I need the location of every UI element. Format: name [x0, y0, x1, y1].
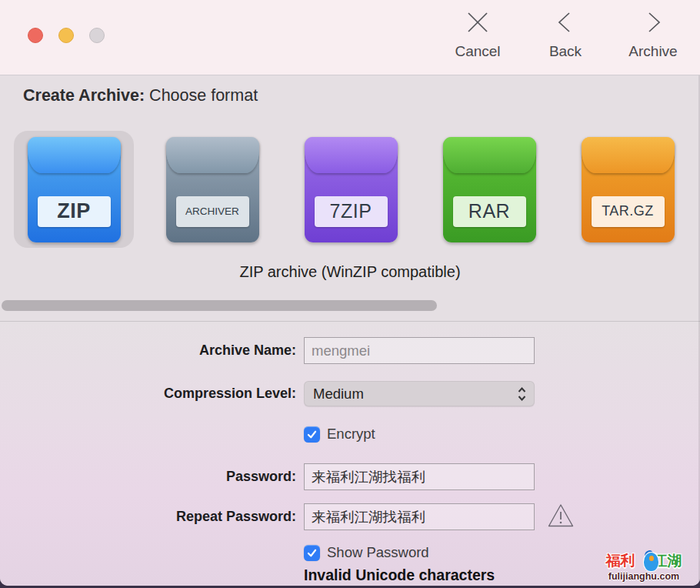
cancel-label: Cancel: [455, 43, 500, 60]
archiver-archive-icon: ARCHIVER: [166, 137, 259, 242]
back-button[interactable]: Back: [532, 8, 598, 60]
format-label: ARCHIVER: [176, 196, 249, 227]
mouse-body: [644, 553, 658, 571]
archive-name-input[interactable]: [304, 337, 535, 364]
zip-archive-icon: ZIP: [28, 137, 121, 242]
invalid-unicode-warning: Invalid Unicode characters: [304, 566, 495, 584]
x-icon: [462, 8, 494, 40]
format-label: 7ZIP: [315, 196, 388, 227]
back-label: Back: [549, 43, 582, 60]
page-title-rest: Choose format: [145, 86, 258, 105]
repeat-password-input[interactable]: [304, 503, 535, 530]
format-option-zip[interactable]: ZIP: [14, 131, 134, 248]
format-option-7zip[interactable]: 7ZIP: [291, 131, 411, 248]
encrypt-label: Encrypt: [327, 426, 375, 443]
show-password-checkbox[interactable]: [304, 545, 320, 561]
traffic-lights: [28, 28, 105, 43]
page-title: Create Archive: Choose format: [23, 86, 258, 105]
repeat-password-row: Repeat Password:: [0, 503, 700, 530]
archive-name-row: Archive Name:: [0, 337, 700, 364]
format-description: ZIP archive (WinZIP compatible): [0, 263, 700, 281]
toolbar-buttons: Cancel Back Archive: [445, 8, 686, 60]
compression-level-value: Medium: [313, 386, 364, 403]
password-row: Password:: [0, 463, 700, 490]
password-input[interactable]: [304, 463, 535, 490]
repeat-password-label: Repeat Password:: [0, 509, 296, 525]
password-label: Password:: [0, 469, 296, 485]
watermark-logo: 福利 江湖: [595, 551, 692, 571]
chevron-up-down-icon: [516, 386, 528, 403]
format-list: ZIP ARCHIVER 7ZIP RAR TAR.GZ: [0, 131, 700, 248]
alert-triangle-icon: [547, 503, 575, 529]
password-warning: [547, 503, 575, 532]
envelope-flap: [443, 137, 536, 173]
minimize-window-button[interactable]: [58, 28, 74, 43]
compression-level-select[interactable]: Medium: [304, 381, 535, 406]
envelope-flap: [166, 137, 259, 173]
archive-label: Archive: [628, 43, 677, 60]
targz-archive-icon: TAR.GZ: [582, 137, 675, 242]
encrypt-row: Encrypt: [0, 426, 700, 443]
format-option-archiver[interactable]: ARCHIVER: [152, 131, 272, 248]
archive-name-label: Archive Name:: [0, 342, 296, 359]
archive-app-window: Cancel Back Archive Create Archive: Choo…: [0, 0, 700, 586]
mouse-icon: [637, 551, 652, 571]
envelope-flap: [305, 137, 398, 173]
cancel-button[interactable]: Cancel: [445, 8, 511, 60]
watermark-cn-left: 福利: [606, 551, 635, 571]
format-option-targz[interactable]: TAR.GZ: [568, 131, 688, 248]
chevron-right-icon: [637, 8, 669, 40]
site-watermark: 福利 江湖 fulijianghu.com: [595, 551, 692, 582]
envelope-flap: [28, 137, 121, 173]
envelope-flap: [582, 137, 675, 173]
horizontal-scrollbar[interactable]: [2, 300, 437, 311]
chevron-left-icon: [549, 8, 582, 40]
format-label: ZIP: [38, 196, 111, 227]
show-password-label: Show Password: [327, 544, 429, 561]
watermark-domain: fulijianghu.com: [595, 571, 692, 582]
compression-level-label: Compression Level:: [0, 386, 296, 402]
format-option-rar[interactable]: RAR: [429, 131, 549, 248]
encrypt-checkbox[interactable]: [304, 426, 320, 443]
checkmark-icon: [306, 547, 318, 559]
format-label: TAR.GZ: [592, 196, 665, 227]
close-window-button[interactable]: [28, 28, 43, 43]
mouse-dot: [649, 556, 654, 561]
toolbar: Cancel Back Archive: [0, 0, 700, 75]
zoom-window-button: [89, 28, 105, 43]
sevenzip-archive-icon: 7ZIP: [305, 137, 398, 242]
page-title-bold: Create Archive:: [23, 86, 145, 105]
rar-archive-icon: RAR: [443, 137, 536, 242]
archive-button[interactable]: Archive: [620, 8, 686, 60]
compression-level-row: Compression Level: Medium: [0, 381, 700, 406]
format-label: RAR: [453, 196, 526, 227]
checkmark-icon: [306, 429, 318, 440]
